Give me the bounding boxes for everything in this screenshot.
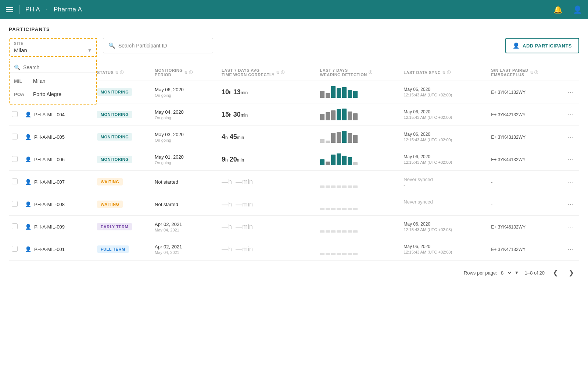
- status-cell: MONITORING: [94, 148, 152, 171]
- bar-5: [348, 253, 352, 255]
- th-monitoring-info-icon[interactable]: ⓘ: [189, 70, 193, 75]
- bar-5: [348, 133, 352, 143]
- th-wearing-detection-info-icon[interactable]: ⓘ: [369, 70, 373, 75]
- bar-0: [320, 253, 325, 255]
- pagination-prev-button[interactable]: ❮: [551, 268, 560, 277]
- participant-id-cell[interactable]: 👤PH-A-MIL-006: [22, 148, 94, 171]
- sn-value: E+ 3YK41132WY: [491, 90, 526, 95]
- sync-time: 12:15:43 AM (UTC +02:00): [404, 115, 485, 120]
- bar-4: [342, 109, 347, 120]
- sn-cell: E+ 3YK41132WY: [488, 81, 564, 103]
- bar-1: [326, 93, 330, 98]
- bar-3: [337, 230, 341, 233]
- participant-id-cell[interactable]: 👤PH-A-MIL-001: [22, 238, 94, 261]
- sync-sub: -: [404, 183, 485, 187]
- pagination-next-button[interactable]: ❯: [566, 268, 576, 277]
- more-actions-button[interactable]: ···: [567, 111, 574, 118]
- participant-icon: 👤: [25, 112, 31, 117]
- time-worn-cell: —h —min: [219, 238, 317, 261]
- th-time-worn-sort-icon[interactable]: ⇅: [276, 71, 279, 75]
- more-actions-button[interactable]: ···: [567, 245, 574, 253]
- sn-value: -: [491, 202, 492, 207]
- time-worn-cell: 9h 20min: [219, 148, 317, 171]
- participant-id: PH-A-MIL-004: [34, 112, 65, 117]
- participant-id: PH-A-MIL-006: [34, 157, 65, 162]
- site-search-container: 🔍: [10, 62, 96, 73]
- sync-date: May 06, 2020: [404, 222, 485, 227]
- notifications-bell-icon[interactable]: 🔔: [553, 5, 563, 14]
- row-checkbox[interactable]: [12, 223, 18, 229]
- row-checkbox[interactable]: [12, 134, 18, 139]
- th-last-sync-info-icon[interactable]: ⓘ: [447, 70, 451, 75]
- site-option-porto-alegre[interactable]: POA Porto Alegre: [10, 88, 96, 101]
- sn-cell: E+ 3YK43132WY: [488, 126, 564, 148]
- bar-5: [348, 90, 352, 98]
- user-avatar-icon[interactable]: 👤: [573, 5, 582, 14]
- th-status-label: STATUS: [97, 70, 114, 75]
- monitoring-sub: May 04, 2021: [155, 228, 216, 232]
- sn-value: E+ 3YK44132WY: [491, 157, 526, 162]
- th-monitoring-label: MONITORINGPERIOD: [155, 68, 183, 77]
- site-dropdown[interactable]: SITE Milan ▼: [9, 38, 97, 57]
- bars-chart: [320, 153, 398, 165]
- th-status-sort-icon[interactable]: ⇅: [115, 71, 118, 75]
- bar-2: [331, 208, 336, 210]
- site-option-milan[interactable]: MIL Milan: [10, 74, 96, 88]
- th-last-sync-sort-icon[interactable]: ⇅: [442, 71, 445, 75]
- row-checkbox[interactable]: [12, 156, 18, 162]
- row-checkbox-cell: [9, 171, 22, 193]
- wearing-detection-cell: [317, 193, 401, 216]
- row-checkbox[interactable]: [12, 246, 18, 252]
- site-search-input[interactable]: [23, 64, 92, 70]
- participant-id-cell[interactable]: 👤PH-A-MIL-008: [22, 193, 94, 216]
- bar-5: [348, 112, 352, 120]
- rows-per-page-select[interactable]: 8 16 24: [499, 270, 512, 276]
- time-display: 4h 45min: [222, 133, 244, 141]
- row-checkbox[interactable]: [12, 201, 18, 207]
- sn-value: E+ 3YK47132WY: [491, 247, 526, 252]
- site-selected[interactable]: Milan ▼: [14, 47, 92, 53]
- app-title: PH A: [25, 6, 40, 13]
- participant-id-cell[interactable]: 👤PH-A-MIL-009: [22, 216, 94, 238]
- actions-cell: ···: [564, 148, 579, 171]
- participant-id-cell[interactable]: 👤PH-A-MIL-004: [22, 103, 94, 126]
- participant-id-cell[interactable]: 👤PH-A-MIL-007: [22, 171, 94, 193]
- menu-button[interactable]: [6, 7, 13, 12]
- bar-0: [320, 139, 325, 143]
- monitoring-date: May 06, 2020: [155, 87, 216, 92]
- row-checkbox[interactable]: [12, 111, 18, 117]
- more-actions-button[interactable]: ···: [567, 133, 574, 141]
- actions-cell: ···: [564, 171, 579, 193]
- th-status-info-icon[interactable]: ⓘ: [120, 70, 124, 75]
- row-checkbox-cell: [9, 193, 22, 216]
- bars-chart: [320, 198, 398, 210]
- bar-0: [320, 230, 325, 233]
- top-controls: SITE Milan ▼ 🔍 MIL Milan POA Porto: [9, 38, 579, 57]
- more-actions-button[interactable]: ···: [567, 178, 574, 186]
- monitoring-date: May 03, 2020: [155, 132, 216, 137]
- row-checkbox[interactable]: [12, 178, 18, 184]
- participant-id-cell[interactable]: 👤PH-A-MIL-005: [22, 126, 94, 148]
- th-monitoring-sort-icon[interactable]: ⇅: [184, 71, 187, 75]
- bar-0: [320, 159, 325, 165]
- table-row: 👤PH-A-MIL-008WAITINGNot started—h —minNe…: [9, 193, 579, 216]
- more-actions-button[interactable]: ···: [567, 156, 574, 163]
- bar-3: [337, 109, 341, 120]
- add-participants-button[interactable]: 👤 ADD PARTICIPANTS: [505, 38, 579, 53]
- table-row: 👤PH-A-MIL-007WAITINGNot started—h —minNe…: [9, 171, 579, 193]
- bar-1: [326, 112, 330, 120]
- bar-0: [320, 91, 325, 98]
- sn-value: E+ 3YK46132WY: [491, 224, 526, 230]
- more-actions-button[interactable]: ···: [567, 223, 574, 231]
- more-actions-button[interactable]: ···: [567, 88, 574, 96]
- status-cell: FULL TERM: [94, 238, 152, 261]
- search-participant-input[interactable]: [118, 43, 208, 49]
- th-sn-sort-icon[interactable]: ⇅: [530, 71, 533, 75]
- table-row: 👤PH-A-MIL-006MONITORINGMay 01, 2020On go…: [9, 148, 579, 171]
- status-badge: MONITORING: [97, 156, 132, 163]
- th-sn-info-icon[interactable]: ⓘ: [534, 70, 538, 75]
- th-wearing-detection-label: LAST 7 DAYSWEARING DETECTION: [320, 68, 367, 77]
- th-time-worn-info-icon[interactable]: ⓘ: [281, 70, 285, 75]
- bar-2: [331, 253, 336, 255]
- more-actions-button[interactable]: ···: [567, 201, 574, 208]
